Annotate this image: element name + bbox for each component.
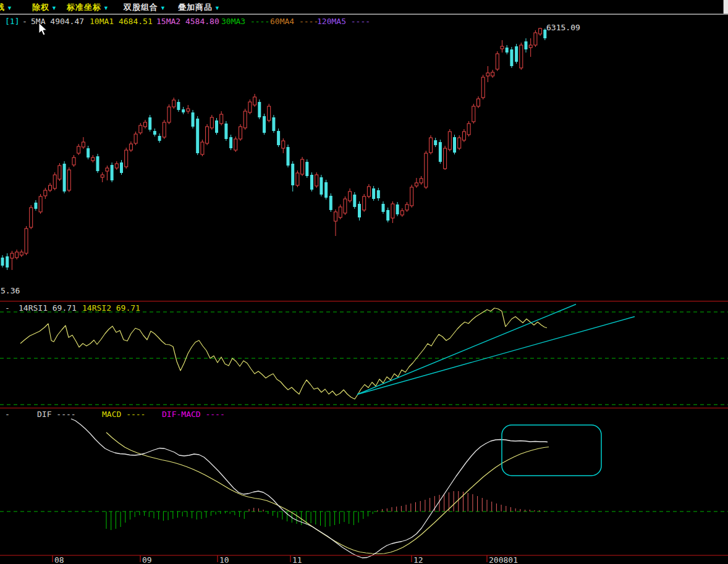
axis-tick-label: 10 <box>219 555 229 564</box>
macd-dif-line <box>71 419 548 558</box>
indicator-token: 14RSI2 69.71 <box>82 303 140 313</box>
macd-indicator-row: -DIF ----MACD ----DIF-MACD ---- <box>0 410 618 418</box>
indicator-token: 60MA4 ---- <box>270 17 318 26</box>
indicator-token: 15MA2 4584.80 <box>156 17 219 26</box>
axis-tick-label: 11 <box>292 555 302 564</box>
indicator-token: - <box>5 303 10 313</box>
axis-tick-label: 09 <box>142 555 152 564</box>
macd-dea-line <box>106 432 549 554</box>
app-window: 线▼ 除权▼ 标准坐标▼ 双股组合▼ 叠加商品▼ 6315.095.360809… <box>0 0 728 564</box>
rsi-indicator-row: -14RSI1 69.7114RSI2 69.71 <box>0 303 618 312</box>
panel-separator-macd <box>0 408 728 408</box>
chart-canvas: 6315.095.360809101112200801 <box>0 0 728 564</box>
indicator-token: - <box>22 17 27 26</box>
axis-tick-label: 12 <box>413 555 423 564</box>
rsi-trendline-1 <box>357 305 576 395</box>
main-candlestick-chart <box>1 28 547 270</box>
rsi-trendline-2 <box>357 317 635 395</box>
axis-tick-label: 08 <box>54 555 64 564</box>
mouse-cursor <box>38 23 51 38</box>
annotation-box <box>502 425 601 476</box>
axis-tick-label: 200801 <box>489 555 518 564</box>
indicator-token: [1] <box>5 17 19 26</box>
indicator-token: DIF ---- <box>37 410 76 419</box>
indicator-token: 10MA1 4684.51 <box>90 17 153 26</box>
macd-histogram <box>106 491 544 530</box>
panel-separator-rsi <box>0 301 728 301</box>
indicator-token: - <box>5 410 10 419</box>
price-label: 5.36 <box>1 286 20 295</box>
indicator-token: DIF-MACD ---- <box>162 410 225 419</box>
indicator-token: 30MA3 ---- <box>221 17 269 26</box>
ma-indicator-row: [1]-5MA 4904.4710MA1 4684.5115MA2 4584.8… <box>0 17 618 25</box>
indicator-token: 120MA5 ---- <box>317 17 370 26</box>
rsi-line <box>20 308 547 399</box>
indicator-token: MACD ---- <box>102 410 145 419</box>
indicator-token: 14RSI1 69.71 <box>19 303 77 313</box>
